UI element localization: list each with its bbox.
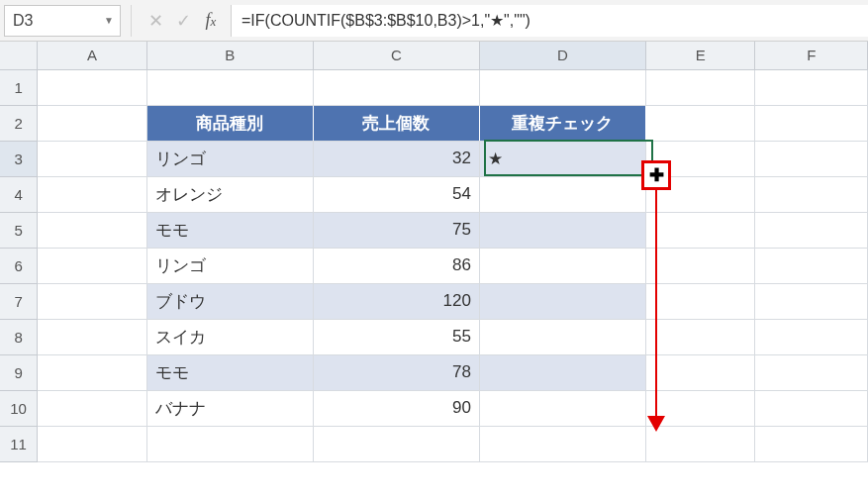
cell-C5[interactable]: 75 [313, 212, 479, 248]
row-header-4[interactable]: 4 [0, 176, 38, 212]
row-header-2[interactable]: 2 [0, 105, 38, 141]
cell-A5[interactable] [38, 212, 147, 248]
cell-C2[interactable]: 売上個数 [313, 105, 479, 141]
cell-E1[interactable] [645, 69, 755, 105]
row-header-6[interactable]: 6 [0, 248, 38, 283]
worksheet[interactable]: A B C D E F 1 2 商品種別 売上個数 重複チェック 3 [0, 42, 868, 462]
name-box-dropdown-icon[interactable]: ▼ [104, 15, 114, 26]
row-9: 9 モモ 78 [0, 354, 868, 390]
col-header-A[interactable]: A [38, 42, 147, 69]
autofill-arrow-line [655, 190, 657, 418]
row-2: 2 商品種別 売上個数 重複チェック [0, 105, 868, 141]
cell-A11[interactable] [38, 426, 147, 461]
cell-B10[interactable]: バナナ [146, 390, 313, 426]
col-header-F[interactable]: F [755, 42, 868, 69]
cell-C6[interactable]: 86 [313, 248, 479, 283]
cell-B3[interactable]: リンゴ [146, 141, 313, 176]
cell-A3[interactable] [38, 141, 147, 176]
cell-D9[interactable] [479, 354, 645, 390]
row-header-5[interactable]: 5 [0, 212, 38, 248]
cell-E3[interactable] [645, 141, 755, 176]
cell-A8[interactable] [38, 319, 147, 354]
row-header-8[interactable]: 8 [0, 319, 38, 354]
cell-B4[interactable]: オレンジ [146, 176, 313, 212]
cell-D6[interactable] [479, 248, 645, 283]
row-header-11[interactable]: 11 [0, 426, 38, 461]
row-header-1[interactable]: 1 [0, 69, 38, 105]
cell-F8[interactable] [755, 319, 868, 354]
cell-C8[interactable]: 55 [313, 319, 479, 354]
fx-icon[interactable]: fx [197, 10, 225, 31]
row-header-9[interactable]: 9 [0, 354, 38, 390]
cell-F1[interactable] [755, 69, 868, 105]
cell-D1[interactable] [479, 69, 645, 105]
col-header-E[interactable]: E [645, 42, 755, 69]
row-header-3[interactable]: 3 [0, 141, 38, 176]
cell-E9[interactable] [645, 354, 755, 390]
cell-B9[interactable]: モモ [146, 354, 313, 390]
separator [131, 5, 132, 37]
cell-C9[interactable]: 78 [313, 354, 479, 390]
cell-E5[interactable] [645, 212, 755, 248]
cell-C4[interactable]: 54 [313, 176, 479, 212]
cancel-icon[interactable]: ✕ [142, 10, 169, 32]
row-11: 11 [0, 426, 868, 461]
row-3: 3 リンゴ 32 ★ [0, 141, 868, 176]
cell-C10[interactable]: 90 [313, 390, 479, 426]
cell-A9[interactable] [38, 354, 147, 390]
cell-D2[interactable]: 重複チェック [479, 105, 645, 141]
autofill-arrow-head-icon [647, 416, 665, 432]
cell-E7[interactable] [645, 283, 755, 319]
cell-F7[interactable] [755, 283, 868, 319]
cell-F5[interactable] [755, 212, 868, 248]
cell-F4[interactable] [755, 176, 868, 212]
name-box[interactable]: D3 ▼ [4, 5, 121, 37]
cell-B7[interactable]: ブドウ [146, 283, 313, 319]
cell-E6[interactable] [645, 248, 755, 283]
formula-bar: D3 ▼ ✕ ✓ fx =IF(COUNTIF($B$3:$B$10,B3)>1… [0, 0, 868, 42]
cell-D5[interactable] [479, 212, 645, 248]
enter-icon[interactable]: ✓ [169, 10, 197, 32]
cell-B5[interactable]: モモ [146, 212, 313, 248]
col-header-C[interactable]: C [313, 42, 479, 69]
cell-A1[interactable] [38, 69, 147, 105]
cell-F10[interactable] [755, 390, 868, 426]
cell-F2[interactable] [755, 105, 868, 141]
cell-D3[interactable]: ★ [479, 141, 645, 176]
cell-A10[interactable] [38, 390, 147, 426]
cell-B1[interactable] [146, 69, 313, 105]
cell-C1[interactable] [313, 69, 479, 105]
cell-B6[interactable]: リンゴ [146, 248, 313, 283]
cell-A2[interactable] [38, 105, 147, 141]
cell-B2[interactable]: 商品種別 [146, 105, 313, 141]
cell-B8[interactable]: スイカ [146, 319, 313, 354]
row-header-10[interactable]: 10 [0, 390, 38, 426]
col-header-D[interactable]: D [479, 42, 645, 69]
cell-F3[interactable] [755, 141, 868, 176]
cell-A4[interactable] [38, 176, 147, 212]
cell-C3[interactable]: 32 [313, 141, 479, 176]
col-header-B[interactable]: B [146, 42, 313, 69]
cell-A6[interactable] [38, 248, 147, 283]
cell-D11[interactable] [479, 426, 645, 461]
row-10: 10 バナナ 90 [0, 390, 868, 426]
cell-D7[interactable] [479, 283, 645, 319]
cell-A7[interactable] [38, 283, 147, 319]
cell-D4[interactable] [479, 176, 645, 212]
cell-E4[interactable] [645, 176, 755, 212]
cell-F11[interactable] [755, 426, 868, 461]
name-box-value: D3 [13, 12, 33, 30]
cell-D10[interactable] [479, 390, 645, 426]
cell-F9[interactable] [755, 354, 868, 390]
formula-input[interactable]: =IF(COUNTIF($B$3:$B$10,B3)>1,"★","") [231, 5, 868, 37]
row-header-7[interactable]: 7 [0, 283, 38, 319]
cell-C7[interactable]: 120 [313, 283, 479, 319]
cell-C11[interactable] [313, 426, 479, 461]
cell-D8[interactable] [479, 319, 645, 354]
select-all-corner[interactable] [0, 42, 38, 69]
cell-B11[interactable] [146, 426, 313, 461]
cell-E2[interactable] [645, 105, 755, 141]
cell-E8[interactable] [645, 319, 755, 354]
cell-F6[interactable] [755, 248, 868, 283]
row-6: 6 リンゴ 86 [0, 248, 868, 283]
